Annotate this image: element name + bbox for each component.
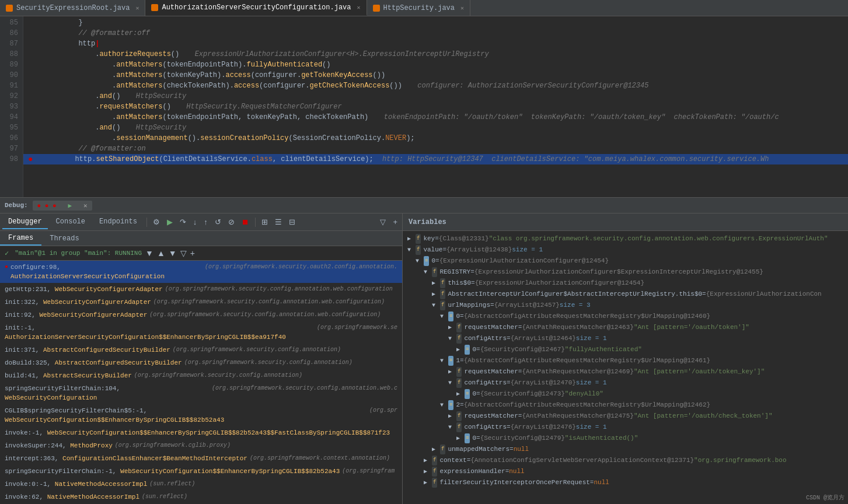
field-icon-unmapped: f (440, 444, 445, 454)
expand-key[interactable]: ▶ (407, 234, 414, 244)
btn-filter[interactable]: ▽ (378, 216, 388, 228)
var-urlmapping-0[interactable]: ▼ ≡ 0 = {AbstractConfigAttributeRequestM… (403, 311, 848, 322)
tab-frames[interactable]: Frames (0, 232, 41, 246)
var-urlmapping-2[interactable]: ▼ ≡ 2 = {AbstractConfigAttributeRequestM… (403, 400, 848, 411)
stack-frame-10[interactable]: invoke:-1, WebSecurityConfiguration$$Enh… (0, 426, 402, 439)
var-securityconfig-0[interactable]: ▶ ≡ 0 = {SecurityConfig@12467} "fullyAut… (403, 344, 848, 355)
tab-console[interactable]: Console (50, 215, 91, 229)
tab-close-3[interactable]: ✕ (460, 5, 464, 12)
var-securityconfig-2[interactable]: ▶ ≡ 0 = {SecurityConfig@12479} "isAuthen… (403, 433, 848, 444)
btn-mute[interactable]: ⊘ (226, 216, 237, 228)
expand-sc-2[interactable]: ▶ (456, 433, 463, 443)
line-num-86: 86 (5, 28, 18, 38)
stack-frame-2[interactable]: init:322, WebSecurityConfigurerAdapter (… (0, 296, 402, 309)
stack-frame-5[interactable]: init:371, AbstractConfiguredSecurityBuil… (0, 344, 402, 356)
stack-frame-3[interactable]: init:92, WebSecurityConfigurerAdapter (o… (0, 309, 402, 321)
stack-frame-9[interactable]: CGLIB$springSecurityFilterChain$5:-1, We… (0, 404, 402, 426)
tab-threads[interactable]: Threads (41, 232, 87, 245)
btn-rerun[interactable]: ↺ (212, 216, 224, 228)
code-content[interactable]: } // @formatter:off http| .authorizeRequ… (23, 16, 848, 197)
thread-filter-btn[interactable]: ▽ (180, 249, 187, 258)
var-value[interactable]: ▼ f value = {ArrayList@12438} size = 1 (403, 244, 848, 256)
expand-sc-0[interactable]: ▶ (456, 345, 463, 355)
var-requestmatcher-0[interactable]: ▶ f requestMatcher = {AntPathRequestMatc… (403, 322, 848, 333)
index-icon-urlmap-1: ≡ (448, 356, 453, 366)
expand-urlmappings[interactable]: ▼ (432, 300, 439, 310)
stack-frame-13[interactable]: springSecurityFilterChain:-1, WebSecurit… (0, 465, 402, 478)
expand-unmapped[interactable]: ▶ (432, 444, 439, 454)
var-expression-handler[interactable]: ▶ f expressionHandler = null (403, 466, 848, 477)
btn-stop[interactable]: ⏹ (239, 216, 252, 228)
var-filter-security[interactable]: ▶ f filterSecurityInterceptorOncePerRequ… (403, 477, 848, 488)
tab-endpoints[interactable]: Endpoints (93, 215, 143, 229)
stack-frame-12[interactable]: intercept:363, ConfigurationClassEnhance… (0, 452, 402, 465)
thread-nav-down[interactable]: ▼ (169, 249, 177, 258)
var-configattrs-2[interactable]: ▼ f configAttrs = {ArrayList@12476} size… (403, 422, 848, 433)
expand-configattrs-1[interactable]: ▼ (448, 378, 455, 388)
expand-urlmapping-2[interactable]: ▼ (440, 400, 447, 410)
btn-list[interactable]: ☰ (273, 216, 284, 228)
stack-frame-1[interactable]: getHttp:231, WebSecurityConfigurerAdapte… (0, 283, 402, 296)
tab-authorization-server[interactable]: AuthorizationServerSecurityConfiguration… (145, 0, 367, 16)
expand-value[interactable]: ▼ (407, 245, 414, 255)
thread-nav-up[interactable]: ▲ (157, 249, 165, 258)
thread-add-btn[interactable]: + (190, 249, 195, 258)
expand-configattrs-2[interactable]: ▼ (448, 422, 455, 432)
variables-tree[interactable]: ▶ f key = {Class@12331} "class org.sprin… (403, 231, 848, 504)
tab-security-expression-root[interactable]: SecurityExpressionRoot.java ✕ (0, 0, 145, 16)
btn-add[interactable]: + (390, 216, 400, 228)
btn-step-out[interactable]: ↑ (201, 216, 210, 228)
var-requestmatcher-1[interactable]: ▶ f requestMatcher = {AntPathRequestMatc… (403, 366, 848, 377)
expand-configattrs-0[interactable]: ▼ (448, 334, 455, 344)
btn-step-into[interactable]: ↓ (191, 216, 200, 228)
tab-http-security[interactable]: HttpSecurity.java ✕ (367, 0, 470, 16)
var-requestmatcher-2[interactable]: ▶ f requestMatcher = {AntPathRequestMatc… (403, 411, 848, 422)
expand-urlmapping-1[interactable]: ▼ (440, 356, 447, 366)
var-key[interactable]: ▶ f key = {Class@12331} "class org.sprin… (403, 233, 848, 244)
btn-grid[interactable]: ⊟ (287, 216, 298, 228)
stack-frame-7[interactable]: build:41, AbstractSecurityBuilder (org.s… (0, 369, 402, 382)
var-this0[interactable]: ▶ f this$0 = {ExpressionUrlAuthorization… (403, 278, 848, 289)
stack-frame-6[interactable]: doBuild:325, AbstractConfiguredSecurityB… (0, 356, 402, 369)
var-unmapped-matchers[interactable]: ▶ f unmappedMatchers = null (403, 444, 848, 455)
debug-session-controls[interactable]: ● ● ● ▶ ✕ (33, 201, 92, 211)
thread-dropdown-btn[interactable]: ▼ (145, 249, 153, 258)
expand-abstract-intercept[interactable]: ▶ (432, 289, 439, 299)
expand-requestmatcher-1[interactable]: ▶ (448, 367, 455, 377)
expand-requestmatcher-2[interactable]: ▶ (448, 411, 455, 421)
btn-settings[interactable]: ⚙ (151, 216, 162, 228)
expand-sc-1[interactable]: ▶ (456, 389, 463, 399)
expand-context[interactable]: ▶ (424, 456, 431, 466)
tab-close-1[interactable]: ✕ (135, 5, 139, 12)
btn-resume[interactable]: ▶ (165, 216, 175, 228)
var-configattrs-1[interactable]: ▼ f configAttrs = {ArrayList@12470} size… (403, 377, 848, 388)
stack-frame-8[interactable]: springSecurityFilterChain:104, WebSecuri… (0, 382, 402, 404)
tab-debugger[interactable]: Debugger (2, 215, 48, 229)
stack-frame-4[interactable]: init:-1, AuthorizationServerSecurityConf… (0, 321, 402, 344)
stack-frames-list[interactable]: ● configure:98, AuthorizationServerSecur… (0, 261, 402, 504)
expand-urlmapping-0[interactable]: ▼ (440, 312, 447, 321)
btn-restore[interactable]: ⊞ (259, 216, 270, 228)
expand-value-0[interactable]: ▼ (416, 256, 423, 266)
var-context[interactable]: ▶ f context = {AnnotationConfigServletWe… (403, 455, 848, 466)
panel-toolbar: Debugger Console Endpoints ⚙ ▶ ↷ ↓ ↑ ↺ ⊘… (0, 214, 402, 231)
stack-frame-11[interactable]: invokeSuper:244, MethodProxy (org.spring… (0, 439, 402, 452)
var-registry[interactable]: ▼ f REGISTRY = {ExpressionUrlAuthorizati… (403, 267, 848, 278)
expand-filter-security[interactable]: ▶ (424, 478, 431, 488)
var-configattrs-0[interactable]: ▼ f configAttrs = {ArrayList@12464} size… (403, 333, 848, 344)
tab-close-2[interactable]: ✕ (357, 4, 361, 11)
stack-frame-0[interactable]: ● configure:98, AuthorizationServerSecur… (0, 261, 402, 283)
frame-pkg-5: (org.springframework.security.config.ann… (173, 345, 341, 355)
expand-this0[interactable]: ▶ (432, 278, 439, 288)
var-urlmappings[interactable]: ▼ f urlMappings = {ArrayList@12457} size… (403, 300, 848, 311)
stack-frame-15[interactable]: invoke:62, NativeMethodAccessorImpl (sun… (0, 491, 402, 503)
var-value-0[interactable]: ▼ ≡ 0 = {ExpressionUrlAuthorizationConfi… (403, 256, 848, 267)
stack-frame-14[interactable]: invoke:0:-1, NativeMethodAccessorImpl (s… (0, 478, 402, 491)
btn-step-over[interactable]: ↷ (177, 216, 189, 228)
var-securityconfig-1[interactable]: ▶ ≡ 0 = {SecurityConfig@12473} "denyAll0… (403, 388, 848, 400)
var-abstract-intercept[interactable]: ▶ f AbstractInterceptUrlConfigurer$Abstr… (403, 289, 848, 300)
expand-expression-handler[interactable]: ▶ (424, 467, 431, 477)
expand-registry[interactable]: ▼ (424, 267, 431, 277)
expand-requestmatcher-0[interactable]: ▶ (448, 323, 455, 332)
var-urlmapping-1[interactable]: ▼ ≡ 1 = {AbstractConfigAttributeRequestM… (403, 355, 848, 366)
